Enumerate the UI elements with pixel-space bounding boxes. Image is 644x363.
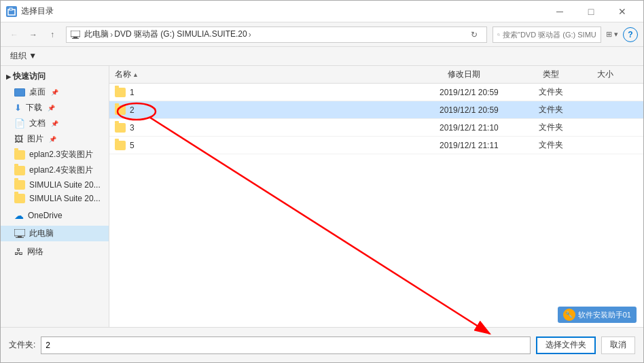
folder-icon — [14, 166, 25, 175]
main-window: 选择目录 ─ □ ✕ ← → ↑ 此电脑 › DVD 驱动器 (G:) SIMU… — [0, 0, 644, 363]
sidebar-item-label: 网络 — [27, 246, 43, 258]
sidebar-item-eplan23[interactable]: eplan2.3安装图片 — [1, 147, 109, 162]
svg-rect-8 — [18, 236, 22, 237]
sidebar-item-label: 此电脑 — [29, 228, 54, 239]
breadcrumb-drive: DVD 驱动器 (G:) SIMULIA.SUITE.20 — [114, 29, 247, 40]
title-bar-left: 选择目录 — [6, 5, 54, 17]
search-box[interactable] — [493, 27, 601, 43]
window-title: 选择目录 — [21, 5, 54, 17]
folder-icon — [115, 141, 126, 150]
sidebar-item-desktop[interactable]: 桌面 📌 — [1, 84, 109, 100]
search-input[interactable] — [503, 31, 596, 39]
sidebar-item-label: OneDrive — [28, 211, 62, 220]
cancel-button[interactable]: 取消 — [601, 336, 635, 354]
address-bar[interactable]: 此电脑 › DVD 驱动器 (G:) SIMULIA.SUITE.20 › ↻ — [66, 27, 487, 43]
sidebar-item-network[interactable]: 🖧 网络 — [1, 244, 109, 260]
onedrive-icon: ☁ — [14, 210, 24, 221]
organize-button[interactable]: 组织 ▼ — [6, 49, 41, 64]
sidebar-item-eplan24[interactable]: eplan2.4安装图片 — [1, 162, 109, 178]
quick-access-section: ▶ 快速访问 桌面 📌 ⬇ 下载 📌 📄 文档 📌 — [1, 69, 109, 205]
column-name[interactable]: 名称 ▲ — [115, 69, 448, 80]
address-refresh-button[interactable]: ↻ — [466, 27, 482, 43]
table-row-selected[interactable]: 2 2019/12/1 20:59 文件夹 — [109, 101, 643, 119]
sidebar-item-label: eplan2.4安装图片 — [29, 165, 93, 176]
quick-access-header[interactable]: ▶ 快速访问 — [1, 69, 109, 84]
watermark-icon: 🔧 — [563, 309, 575, 321]
sidebar-item-onedrive[interactable]: ☁ OneDrive — [1, 208, 109, 223]
sidebar-item-label: 桌面 — [29, 86, 46, 98]
sidebar-item-documents[interactable]: 📄 文档 📌 — [1, 116, 109, 131]
sidebar-item-label: 文档 — [29, 118, 46, 129]
download-icon: ⬇ — [14, 103, 22, 113]
back-button[interactable]: ← — [6, 27, 22, 43]
pin-icon: 📌 — [48, 105, 55, 111]
svg-point-5 — [497, 33, 499, 35]
file-list: 名称 ▲ 修改日期 类型 大小 1 2019/12/1 20:59 — [109, 66, 643, 327]
select-folder-button[interactable]: 选择文件夹 — [536, 336, 596, 354]
bottom-bar: 文件夹: 选择文件夹 取消 — [1, 327, 643, 362]
search-icon — [497, 31, 500, 39]
watermark: 🔧 软件安装助手01 — [558, 307, 637, 323]
onedrive-section: ☁ OneDrive — [1, 208, 109, 223]
column-date[interactable]: 修改日期 — [448, 69, 543, 80]
column-type[interactable]: 类型 — [543, 69, 597, 80]
sidebar-item-simulia2[interactable]: SIMULIA Suite 20... — [1, 192, 109, 205]
navigation-toolbar: ← → ↑ 此电脑 › DVD 驱动器 (G:) SIMULIA.SUITE.2… — [1, 22, 643, 47]
desktop-icon — [14, 88, 25, 97]
document-icon: 📄 — [14, 118, 25, 128]
folder-icon — [115, 105, 126, 115]
svg-rect-3 — [73, 37, 77, 38]
pin-icon: 📌 — [49, 136, 56, 143]
file-list-header: 名称 ▲ 修改日期 类型 大小 — [109, 66, 643, 84]
watermark-text: 软件安装助手01 — [578, 310, 631, 320]
computer-icon — [14, 229, 25, 239]
svg-rect-2 — [71, 31, 80, 37]
title-bar: 选择目录 ─ □ ✕ — [1, 1, 643, 22]
table-row[interactable]: 1 2019/12/1 20:59 文件夹 — [109, 84, 643, 101]
title-bar-buttons: ─ □ ✕ — [544, 1, 638, 22]
sidebar-item-label: 图片 — [27, 133, 43, 145]
main-content: ▶ 快速访问 桌面 📌 ⬇ 下载 📌 📄 文档 📌 — [1, 66, 643, 327]
breadcrumb-pc: 此电脑 — [71, 29, 109, 40]
pin-icon: 📌 — [51, 120, 58, 127]
svg-rect-1 — [10, 8, 12, 10]
folder-icon — [115, 88, 126, 97]
folder-icon — [14, 194, 25, 203]
sidebar-item-label: eplan2.3安装图片 — [29, 149, 93, 160]
folder-label: 文件夹: — [9, 339, 35, 351]
sidebar-item-label: 下载 — [26, 102, 42, 114]
table-row[interactable]: 5 2019/12/1 21:11 文件夹 — [109, 137, 643, 154]
folder-icon — [115, 123, 126, 133]
folder-input[interactable] — [41, 336, 531, 354]
forward-button[interactable]: → — [25, 27, 41, 43]
svg-line-6 — [499, 35, 500, 35]
close-button[interactable]: ✕ — [607, 1, 638, 22]
thispc-section: 此电脑 — [1, 226, 109, 241]
sidebar-item-pictures[interactable]: 🖼 图片 📌 — [1, 131, 109, 147]
up-button[interactable]: ↑ — [44, 27, 60, 43]
view-button[interactable]: ⊞ ▾ — [604, 27, 620, 43]
organize-bar: 组织 ▼ — [1, 47, 643, 66]
sidebar-item-label: SIMULIA Suite 20... — [29, 180, 101, 190]
column-size[interactable]: 大小 — [597, 69, 638, 80]
minimize-button[interactable]: ─ — [544, 1, 575, 22]
network-icon: 🖧 — [14, 247, 23, 257]
svg-rect-4 — [72, 38, 79, 39]
sidebar-item-thispc[interactable]: 此电脑 — [1, 226, 109, 241]
help-button[interactable]: ? — [623, 27, 638, 42]
maximize-button[interactable]: □ — [575, 1, 607, 22]
window-icon — [6, 6, 17, 17]
network-section: 🖧 网络 — [1, 244, 109, 260]
sidebar-item-download[interactable]: ⬇ 下载 📌 — [1, 100, 109, 116]
sidebar: ▶ 快速访问 桌面 📌 ⬇ 下载 📌 📄 文档 📌 — [1, 66, 109, 327]
quick-access-label: 快速访问 — [13, 71, 46, 82]
table-row[interactable]: 3 2019/12/1 21:10 文件夹 — [109, 119, 643, 137]
folder-icon — [14, 150, 25, 160]
sidebar-item-simulia1[interactable]: SIMULIA Suite 20... — [1, 178, 109, 192]
sidebar-item-label: SIMULIA Suite 20... — [29, 194, 101, 203]
breadcrumb: 此电脑 › DVD 驱动器 (G:) SIMULIA.SUITE.20 › — [71, 29, 466, 40]
sort-arrow-icon: ▲ — [132, 71, 139, 78]
image-icon: 🖼 — [14, 134, 23, 144]
folder-icon — [14, 180, 25, 190]
pin-icon: 📌 — [51, 89, 58, 96]
